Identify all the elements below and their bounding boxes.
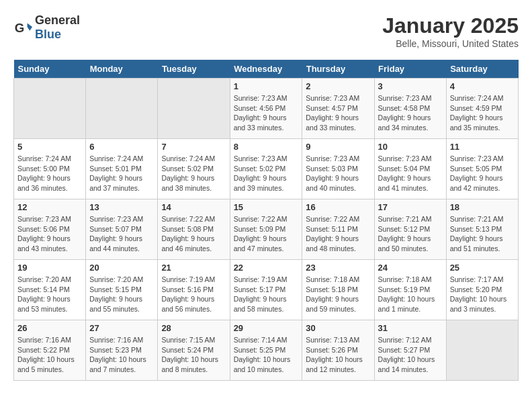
day-info: Sunrise: 7:23 AMSunset: 4:58 PMDaylight:… xyxy=(378,93,443,133)
day-info: Sunrise: 7:24 AMSunset: 5:00 PMDaylight:… xyxy=(17,154,82,193)
day-number: 4 xyxy=(450,81,515,91)
logo-general: General xyxy=(35,13,80,27)
weekday-header-row: SundayMondayTuesdayWednesdayThursdayFrid… xyxy=(14,60,519,79)
calendar-table: SundayMondayTuesdayWednesdayThursdayFrid… xyxy=(13,60,519,381)
day-number: 6 xyxy=(89,142,154,152)
day-info: Sunrise: 7:20 AMSunset: 5:15 PMDaylight:… xyxy=(89,275,154,314)
day-info: Sunrise: 7:23 AMSunset: 4:57 PMDaylight:… xyxy=(306,93,370,133)
location: Belle, Missouri, United States xyxy=(382,38,519,49)
calendar-cell: 6Sunrise: 7:24 AMSunset: 5:01 PMDaylight… xyxy=(86,139,158,199)
weekday-header-sunday: Sunday xyxy=(14,60,86,79)
svg-marker-2 xyxy=(28,27,32,31)
calendar-cell: 25Sunrise: 7:17 AMSunset: 5:20 PMDayligh… xyxy=(446,260,518,320)
day-info: Sunrise: 7:24 AMSunset: 5:02 PMDaylight:… xyxy=(161,154,226,193)
day-info: Sunrise: 7:20 AMSunset: 5:14 PMDaylight:… xyxy=(17,275,82,314)
calendar-cell: 23Sunrise: 7:18 AMSunset: 5:18 PMDayligh… xyxy=(302,260,374,320)
calendar-cell: 29Sunrise: 7:14 AMSunset: 5:25 PMDayligh… xyxy=(230,320,302,381)
day-number: 31 xyxy=(378,323,443,333)
day-info: Sunrise: 7:15 AMSunset: 5:24 PMDaylight:… xyxy=(161,335,226,375)
day-number: 14 xyxy=(161,202,226,212)
day-number: 22 xyxy=(234,263,299,273)
week-row-3: 12Sunrise: 7:23 AMSunset: 5:06 PMDayligh… xyxy=(14,199,519,260)
calendar-cell xyxy=(446,320,518,381)
day-info: Sunrise: 7:23 AMSunset: 5:02 PMDaylight:… xyxy=(234,154,299,193)
day-number: 15 xyxy=(234,202,299,212)
day-number: 8 xyxy=(234,142,299,152)
calendar-cell xyxy=(14,79,86,139)
calendar-cell: 1Sunrise: 7:23 AMSunset: 4:56 PMDaylight… xyxy=(230,79,302,139)
weekday-header-wednesday: Wednesday xyxy=(230,60,302,79)
day-info: Sunrise: 7:12 AMSunset: 5:27 PMDaylight:… xyxy=(378,335,443,375)
week-row-5: 26Sunrise: 7:16 AMSunset: 5:22 PMDayligh… xyxy=(14,320,519,381)
day-number: 12 xyxy=(17,202,82,212)
logo-icon: G xyxy=(13,18,32,37)
day-number: 11 xyxy=(450,142,515,152)
calendar-cell: 2Sunrise: 7:23 AMSunset: 4:57 PMDaylight… xyxy=(302,79,374,139)
day-number: 10 xyxy=(378,142,443,152)
svg-marker-1 xyxy=(28,23,32,27)
calendar-cell: 4Sunrise: 7:24 AMSunset: 4:59 PMDaylight… xyxy=(446,79,518,139)
weekday-header-thursday: Thursday xyxy=(302,60,374,79)
calendar-cell: 10Sunrise: 7:23 AMSunset: 5:04 PMDayligh… xyxy=(374,139,446,199)
weekday-header-friday: Friday xyxy=(374,60,446,79)
day-number: 7 xyxy=(161,142,226,152)
day-info: Sunrise: 7:19 AMSunset: 5:16 PMDaylight:… xyxy=(161,275,226,314)
week-row-2: 5Sunrise: 7:24 AMSunset: 5:00 PMDaylight… xyxy=(14,139,519,199)
day-info: Sunrise: 7:23 AMSunset: 5:03 PMDaylight:… xyxy=(306,154,370,193)
calendar-cell: 28Sunrise: 7:15 AMSunset: 5:24 PMDayligh… xyxy=(158,320,230,381)
day-number: 21 xyxy=(161,263,226,273)
day-info: Sunrise: 7:13 AMSunset: 5:26 PMDaylight:… xyxy=(306,335,370,375)
calendar-cell: 31Sunrise: 7:12 AMSunset: 5:27 PMDayligh… xyxy=(374,320,446,381)
calendar-cell: 9Sunrise: 7:23 AMSunset: 5:03 PMDaylight… xyxy=(302,139,374,199)
week-row-4: 19Sunrise: 7:20 AMSunset: 5:14 PMDayligh… xyxy=(14,260,519,320)
day-number: 20 xyxy=(89,263,154,273)
calendar-cell: 21Sunrise: 7:19 AMSunset: 5:16 PMDayligh… xyxy=(158,260,230,320)
logo: G General Blue xyxy=(13,13,80,42)
calendar-cell: 7Sunrise: 7:24 AMSunset: 5:02 PMDaylight… xyxy=(158,139,230,199)
calendar-cell: 5Sunrise: 7:24 AMSunset: 5:00 PMDaylight… xyxy=(14,139,86,199)
calendar-cell: 3Sunrise: 7:23 AMSunset: 4:58 PMDaylight… xyxy=(374,79,446,139)
calendar-cell: 13Sunrise: 7:23 AMSunset: 5:07 PMDayligh… xyxy=(86,199,158,260)
calendar-cell: 17Sunrise: 7:21 AMSunset: 5:12 PMDayligh… xyxy=(374,199,446,260)
day-info: Sunrise: 7:24 AMSunset: 5:01 PMDaylight:… xyxy=(89,154,154,193)
day-number: 28 xyxy=(161,323,226,333)
week-row-1: 1Sunrise: 7:23 AMSunset: 4:56 PMDaylight… xyxy=(14,79,519,139)
page-header: G General Blue January 2025 Belle, Misso… xyxy=(13,13,519,49)
calendar-cell: 15Sunrise: 7:22 AMSunset: 5:09 PMDayligh… xyxy=(230,199,302,260)
calendar-cell: 11Sunrise: 7:23 AMSunset: 5:05 PMDayligh… xyxy=(446,139,518,199)
day-number: 9 xyxy=(306,142,370,152)
day-number: 16 xyxy=(306,202,370,212)
calendar-cell: 16Sunrise: 7:22 AMSunset: 5:11 PMDayligh… xyxy=(302,199,374,260)
day-number: 13 xyxy=(89,202,154,212)
weekday-header-tuesday: Tuesday xyxy=(158,60,230,79)
day-info: Sunrise: 7:19 AMSunset: 5:17 PMDaylight:… xyxy=(234,275,299,314)
day-number: 26 xyxy=(17,323,82,333)
day-info: Sunrise: 7:23 AMSunset: 5:07 PMDaylight:… xyxy=(89,214,154,254)
day-info: Sunrise: 7:17 AMSunset: 5:20 PMDaylight:… xyxy=(450,275,515,314)
weekday-header-monday: Monday xyxy=(86,60,158,79)
day-info: Sunrise: 7:21 AMSunset: 5:12 PMDaylight:… xyxy=(378,214,443,254)
day-info: Sunrise: 7:14 AMSunset: 5:25 PMDaylight:… xyxy=(234,335,299,375)
calendar-cell: 8Sunrise: 7:23 AMSunset: 5:02 PMDaylight… xyxy=(230,139,302,199)
calendar-cell: 20Sunrise: 7:20 AMSunset: 5:15 PMDayligh… xyxy=(86,260,158,320)
day-number: 29 xyxy=(234,323,299,333)
calendar-cell xyxy=(86,79,158,139)
day-info: Sunrise: 7:22 AMSunset: 5:09 PMDaylight:… xyxy=(234,214,299,254)
day-info: Sunrise: 7:21 AMSunset: 5:13 PMDaylight:… xyxy=(450,214,515,254)
svg-text:G: G xyxy=(15,21,25,35)
calendar-cell: 18Sunrise: 7:21 AMSunset: 5:13 PMDayligh… xyxy=(446,199,518,260)
calendar-cell: 30Sunrise: 7:13 AMSunset: 5:26 PMDayligh… xyxy=(302,320,374,381)
day-number: 27 xyxy=(89,323,154,333)
day-number: 25 xyxy=(450,263,515,273)
calendar-cell xyxy=(158,79,230,139)
day-info: Sunrise: 7:22 AMSunset: 5:11 PMDaylight:… xyxy=(306,214,370,254)
day-info: Sunrise: 7:16 AMSunset: 5:22 PMDaylight:… xyxy=(17,335,82,375)
day-number: 2 xyxy=(306,81,370,91)
weekday-header-saturday: Saturday xyxy=(446,60,518,79)
calendar-cell: 12Sunrise: 7:23 AMSunset: 5:06 PMDayligh… xyxy=(14,199,86,260)
logo-blue: Blue xyxy=(35,28,61,41)
day-number: 3 xyxy=(378,81,443,91)
calendar-cell: 24Sunrise: 7:18 AMSunset: 5:19 PMDayligh… xyxy=(374,260,446,320)
day-info: Sunrise: 7:23 AMSunset: 4:56 PMDaylight:… xyxy=(234,93,299,133)
day-info: Sunrise: 7:23 AMSunset: 5:04 PMDaylight:… xyxy=(378,154,443,193)
